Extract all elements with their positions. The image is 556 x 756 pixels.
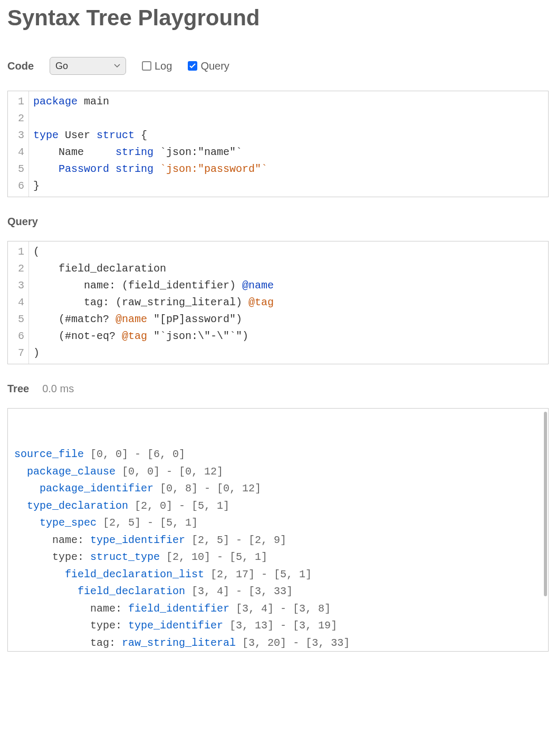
tree-row[interactable]: name: type_identifier [2, 5] - [2, 9] [14, 532, 542, 549]
code-editor[interactable]: 123456 package maintype User struct { Na… [7, 91, 549, 197]
query-editor[interactable]: 1234567 ( field_declaration name: (field… [7, 241, 549, 364]
tree-row[interactable]: field_declaration_list [2, 17] - [5, 1] [14, 566, 542, 584]
tree-row[interactable]: package_identifier [0, 8] - [0, 12] [14, 480, 542, 498]
query-label: Query [200, 60, 229, 72]
tree-row[interactable]: source_file [0, 0] - [6, 0] [14, 446, 542, 463]
controls-row: Code Go Log Query [7, 57, 549, 75]
page-title: Syntax Tree Playground [7, 5, 549, 31]
scrollbar-thumb[interactable] [544, 412, 547, 596]
log-checkbox[interactable] [142, 61, 151, 71]
query-checkbox[interactable] [188, 61, 197, 71]
tree-row[interactable]: type: struct_type [2, 10] - [5, 1] [14, 549, 542, 566]
tree-row[interactable]: type_spec [2, 5] - [5, 1] [14, 515, 542, 532]
code-label: Code [7, 60, 34, 72]
tree-panel[interactable]: source_file [0, 0] - [6, 0] package_clau… [7, 408, 549, 652]
tree-row[interactable]: type: type_identifier [3, 13] - [3, 19] [14, 617, 542, 635]
language-select[interactable]: Go [50, 57, 126, 75]
query-checkbox-wrap[interactable]: Query [188, 60, 229, 72]
tree-row[interactable]: field_declaration [3, 4] - [3, 33] [14, 583, 542, 600]
tree-label: Tree [7, 383, 29, 395]
tree-time: 0.0 ms [42, 383, 74, 395]
query-body[interactable]: ( field_declaration name: (field_identif… [29, 241, 548, 364]
code-gutter: 123456 [8, 91, 29, 197]
query-section-label: Query [7, 216, 549, 228]
log-checkbox-wrap[interactable]: Log [142, 60, 172, 72]
tree-row[interactable]: name: field_identifier [3, 4] - [3, 8] [14, 600, 542, 618]
query-gutter: 1234567 [8, 241, 29, 364]
code-body[interactable]: package maintype User struct { Name stri… [29, 91, 548, 197]
log-label: Log [155, 60, 172, 72]
tree-header: Tree 0.0 ms [7, 383, 549, 395]
tree-row[interactable]: package_clause [0, 0] - [0, 12] [14, 463, 542, 481]
tree-row[interactable]: type_declaration [2, 0] - [5, 1] [14, 498, 542, 515]
tree-row[interactable]: tag: raw_string_literal [3, 20] - [3, 33… [14, 635, 542, 652]
